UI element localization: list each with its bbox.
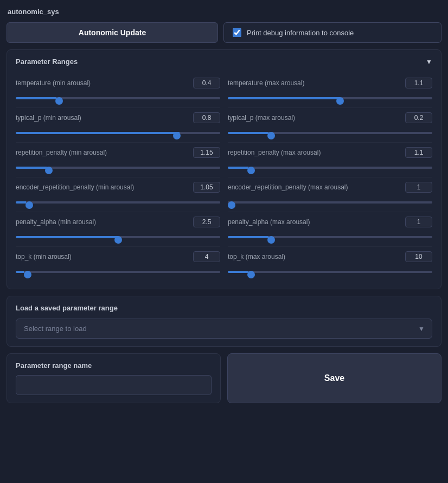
param-header-temp_min: temperature (min arousal) 0.4 [16,78,220,88]
param-name-panel: Parameter range name [7,353,221,403]
autonomic-update-button[interactable]: Autonomic Update [7,22,218,43]
param-name-input[interactable] [16,375,212,395]
range-select[interactable]: Select range to load [16,319,432,339]
slider-rep_pen_max[interactable] [228,167,432,169]
slider-typical_p_max[interactable] [228,132,432,134]
param-header-enc_rep_pen_max: encoder_repetition_penalty (max arousal)… [228,182,432,193]
param-row-pen_alpha_max: penalty_alpha (max arousal) 1 [228,212,432,247]
load-section-panel: Load a saved parameter range Select rang… [7,296,441,347]
param-row-enc_rep_pen_min: encoder_repetition_penalty (min arousal)… [16,177,220,212]
load-section-title: Load a saved parameter range [16,304,432,312]
param-row-rep_pen_min: repetition_penalty (min arousal) 1.15 [16,143,220,177]
param-header-typical_p_max: typical_p (max arousal) 0.2 [228,112,432,123]
param-value-top_k_min: 4 [193,251,220,262]
param-row-top_k_max: top_k (max arousal) 10 [228,247,432,281]
param-value-rep_pen_min: 1.15 [193,147,220,158]
param-label-top_k_min: top_k (min arousal) [16,253,72,260]
top-bar: Autonomic Update Print debug information… [7,22,441,43]
param-value-pen_alpha_max: 1 [405,217,432,227]
param-header-enc_rep_pen_min: encoder_repetition_penalty (min arousal)… [16,182,220,193]
param-value-typical_p_max: 0.2 [405,112,432,123]
param-value-enc_rep_pen_min: 1.05 [193,182,220,193]
save-panel[interactable]: Save [227,353,441,403]
param-header-pen_alpha_max: penalty_alpha (max arousal) 1 [228,217,432,227]
slider-top_k_max[interactable] [228,271,432,273]
param-label-temp_max: temperature (max arousal) [228,79,304,87]
parameter-ranges-panel: Parameter Ranges ▼ temperature (min arou… [7,49,441,289]
debug-checkbox[interactable] [233,28,241,37]
param-label-pen_alpha_min: penalty_alpha (min arousal) [16,218,96,226]
slider-temp_min[interactable] [16,97,220,99]
slider-typical_p_min[interactable] [16,132,220,134]
param-header-rep_pen_max: repetition_penalty (max arousal) 1.1 [228,147,432,158]
slider-pen_alpha_min[interactable] [16,236,220,238]
param-header-top_k_min: top_k (min arousal) 4 [16,251,220,262]
param-value-top_k_max: 10 [405,251,432,262]
param-label-temp_min: temperature (min arousal) [16,79,91,87]
param-row-rep_pen_max: repetition_penalty (max arousal) 1.1 [228,143,432,177]
slider-pen_alpha_max[interactable] [228,236,432,238]
panel-title: Parameter Ranges [16,58,78,66]
param-header-rep_pen_min: repetition_penalty (min arousal) 1.15 [16,147,220,158]
app-title: autonomic_sys [7,5,441,18]
range-select-container: Select range to load ▼ [16,319,432,339]
slider-top_k_min[interactable] [16,271,220,273]
debug-label: Print debug information to console [247,29,354,37]
panel-header: Parameter Ranges ▼ [16,58,432,66]
params-grid: temperature (min arousal) 0.4 temperatur… [16,73,432,281]
param-label-enc_rep_pen_min: encoder_repetition_penalty (min arousal) [16,183,134,191]
param-header-top_k_max: top_k (max arousal) 10 [228,251,432,262]
param-name-label: Parameter range name [16,361,212,370]
param-row-enc_rep_pen_max: encoder_repetition_penalty (max arousal)… [228,177,432,212]
param-value-temp_max: 1.1 [405,78,432,88]
param-row-typical_p_max: typical_p (max arousal) 0.2 [228,108,432,143]
slider-enc_rep_pen_max[interactable] [228,201,432,204]
param-value-enc_rep_pen_max: 1 [405,182,432,193]
param-header-temp_max: temperature (max arousal) 1.1 [228,78,432,88]
param-row-temp_min: temperature (min arousal) 0.4 [16,73,220,108]
param-label-typical_p_min: typical_p (min arousal) [16,114,81,122]
param-value-rep_pen_max: 1.1 [405,147,432,158]
save-button-label: Save [324,373,344,383]
param-row-pen_alpha_min: penalty_alpha (min arousal) 2.5 [16,212,220,247]
chevron-down-icon[interactable]: ▼ [426,58,432,66]
param-row-temp_max: temperature (max arousal) 1.1 [228,73,432,108]
param-value-temp_min: 0.4 [193,78,220,88]
slider-rep_pen_min[interactable] [16,167,220,169]
param-value-typical_p_min: 0.8 [193,112,220,123]
param-row-typical_p_min: typical_p (min arousal) 0.8 [16,108,220,143]
param-value-pen_alpha_min: 2.5 [193,217,220,227]
param-label-enc_rep_pen_max: encoder_repetition_penalty (max arousal) [228,183,348,191]
param-row-top_k_min: top_k (min arousal) 4 [16,247,220,281]
param-label-typical_p_max: typical_p (max arousal) [228,114,295,122]
param-label-rep_pen_max: repetition_penalty (max arousal) [228,149,321,156]
debug-checkbox-container[interactable]: Print debug information to console [223,22,441,43]
param-header-pen_alpha_min: penalty_alpha (min arousal) 2.5 [16,217,220,227]
param-header-typical_p_min: typical_p (min arousal) 0.8 [16,112,220,123]
param-label-rep_pen_min: repetition_penalty (min arousal) [16,149,107,156]
bottom-row: Parameter range name Save [7,353,441,403]
slider-enc_rep_pen_min[interactable] [16,201,220,204]
param-label-top_k_max: top_k (max arousal) [228,253,285,260]
slider-temp_max[interactable] [228,97,432,99]
param-label-pen_alpha_max: penalty_alpha (max arousal) [228,218,310,226]
